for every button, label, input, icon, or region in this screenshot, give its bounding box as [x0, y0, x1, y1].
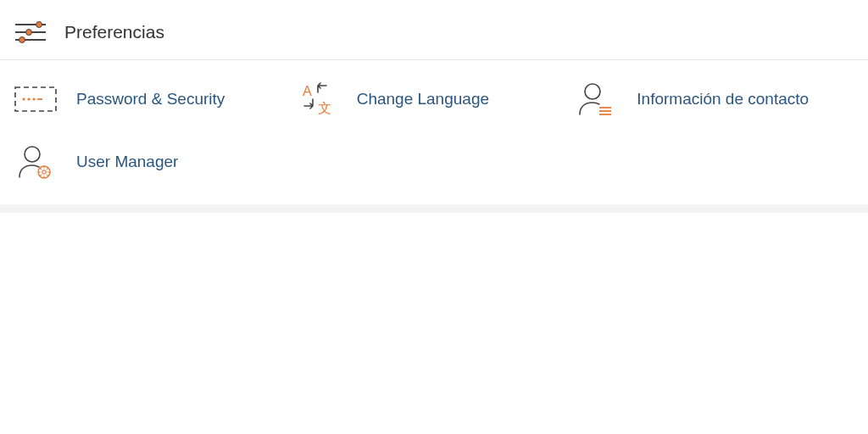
svg-point-3	[26, 30, 32, 36]
item-password-security[interactable]: Password & Security	[14, 81, 294, 118]
section-header: Preferencias	[0, 0, 868, 60]
svg-point-1	[36, 22, 42, 28]
item-label: Change Language	[357, 90, 489, 108]
item-user-manager[interactable]: User Manager	[14, 143, 294, 181]
change-language-icon: A 文	[294, 81, 338, 118]
user-manager-icon	[14, 143, 58, 181]
svg-point-17	[25, 147, 40, 162]
preferences-panel: Password & Security A 文 Change Language …	[0, 60, 868, 213]
preferences-sliders-icon	[14, 20, 47, 44]
item-label: Información de contacto	[637, 90, 809, 108]
svg-point-13	[585, 84, 600, 99]
svg-point-5	[19, 37, 25, 43]
svg-point-9	[32, 97, 35, 100]
svg-text:A: A	[303, 84, 312, 98]
svg-text:文: 文	[318, 101, 331, 115]
item-change-language[interactable]: A 文 Change Language	[294, 81, 575, 118]
svg-point-7	[22, 97, 25, 100]
svg-point-8	[27, 97, 30, 100]
item-label: User Manager	[76, 153, 178, 171]
svg-rect-6	[15, 87, 56, 111]
item-label: Password & Security	[76, 90, 225, 108]
contact-info-icon	[574, 81, 618, 118]
item-contact-info[interactable]: Información de contacto	[574, 81, 854, 118]
section-title: Preferencias	[64, 22, 164, 42]
password-security-icon	[14, 81, 58, 118]
